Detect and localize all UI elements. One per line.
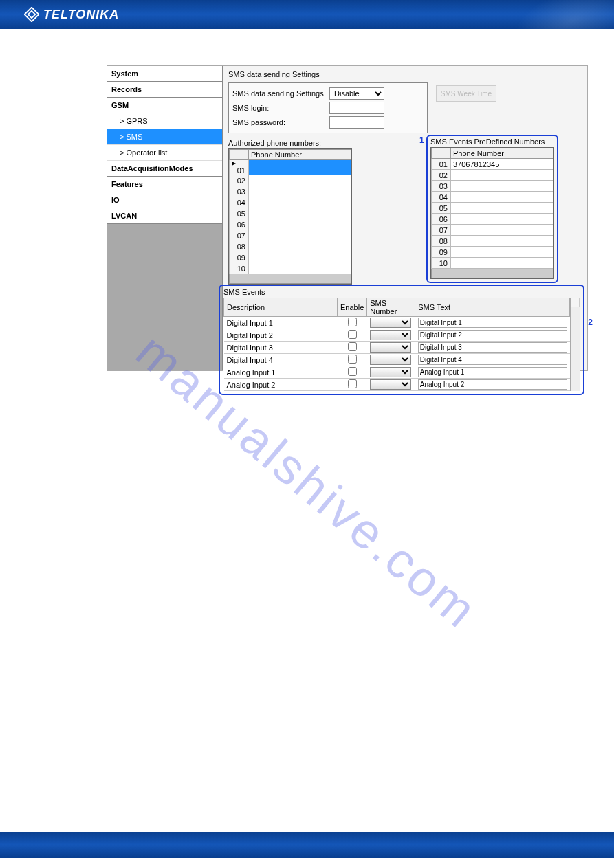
event-number-select[interactable] xyxy=(370,318,411,328)
event-desc: Digital Input 1 xyxy=(224,317,338,329)
authorized-idx[interactable]: 10 xyxy=(230,263,249,274)
callout-1: 1 xyxy=(419,135,424,145)
predefined-idx[interactable]: 04 xyxy=(432,192,451,203)
sidebar-item-sms[interactable]: > SMS xyxy=(107,129,222,145)
authorized-idx[interactable]: 09 xyxy=(230,252,249,263)
event-number-select[interactable] xyxy=(370,367,411,377)
sidebar-item-records[interactable]: Records xyxy=(107,82,222,98)
panel-title: SMS data sending Settings xyxy=(228,70,582,78)
sidebar-item-data-acquisition-modes[interactable]: DataAcquisitionModes xyxy=(107,161,222,177)
predefined-idx[interactable]: 03 xyxy=(432,181,451,192)
authorized-idx[interactable]: 08 xyxy=(230,241,249,252)
authorized-val[interactable] xyxy=(249,230,351,241)
authorized-val[interactable] xyxy=(249,252,351,263)
predefined-val[interactable] xyxy=(451,214,553,225)
svg-rect-0 xyxy=(25,8,39,22)
predefined-val[interactable] xyxy=(451,225,553,236)
header-bar: TELTONIKA xyxy=(0,0,614,29)
password-label: SMS password: xyxy=(232,118,325,126)
authorized-val[interactable] xyxy=(249,197,351,208)
predefined-idx[interactable]: 08 xyxy=(432,236,451,247)
events-header-desc: Description xyxy=(224,298,338,317)
authorized-idx[interactable]: 05 xyxy=(230,208,249,219)
predefined-idx[interactable]: 10 xyxy=(432,258,451,269)
event-enable-checkbox[interactable] xyxy=(348,330,357,339)
svg-rect-1 xyxy=(28,11,35,18)
event-enable-checkbox[interactable] xyxy=(348,367,357,376)
sidebar-item-gsm[interactable]: GSM xyxy=(107,98,222,113)
predefined-idx[interactable]: 07 xyxy=(432,225,451,236)
predefined-val[interactable] xyxy=(451,236,553,247)
event-number-select[interactable] xyxy=(370,355,411,365)
authorized-table[interactable]: Phone Number 01 02 03 04 05 06 07 08 09 … xyxy=(229,149,351,274)
authorized-val[interactable] xyxy=(249,241,351,252)
authorized-val[interactable] xyxy=(249,160,351,175)
authorized-idx[interactable]: 02 xyxy=(230,175,249,186)
predefined-val[interactable] xyxy=(451,258,553,269)
events-header-text: SMS Text xyxy=(415,298,570,317)
predefined-idx[interactable]: 05 xyxy=(432,203,451,214)
predefined-header-idx xyxy=(432,148,451,159)
authorized-val[interactable] xyxy=(249,175,351,186)
authorized-footer xyxy=(229,274,351,284)
event-enable-checkbox[interactable] xyxy=(348,342,357,351)
authorized-val[interactable] xyxy=(249,219,351,230)
settings-select[interactable]: Disable xyxy=(329,87,384,100)
logo: TELTONIKA xyxy=(24,7,119,22)
predefined-val[interactable] xyxy=(451,247,553,258)
sidebar-item-io[interactable]: IO xyxy=(107,192,222,208)
event-enable-checkbox[interactable] xyxy=(348,318,357,326)
password-input[interactable] xyxy=(329,116,384,129)
predefined-idx[interactable]: 06 xyxy=(432,214,451,225)
events-header-num: SMS Number xyxy=(367,298,415,317)
predefined-idx[interactable]: 09 xyxy=(432,247,451,258)
predefined-idx[interactable]: 02 xyxy=(432,170,451,181)
event-desc: Digital Input 3 xyxy=(224,342,338,354)
authorized-idx[interactable]: 04 xyxy=(230,197,249,208)
authorized-val[interactable] xyxy=(249,208,351,219)
event-text-input[interactable] xyxy=(418,342,567,353)
predefined-footer xyxy=(431,269,553,278)
app-window: System Records GSM > GPRS > SMS > Operat… xyxy=(107,65,588,371)
events-scrollbar[interactable] xyxy=(570,298,580,391)
event-desc: Digital Input 4 xyxy=(224,354,338,366)
event-enable-checkbox[interactable] xyxy=(348,379,357,388)
predefined-val[interactable] xyxy=(451,192,553,203)
predefined-idx[interactable]: 01 xyxy=(432,159,451,170)
predefined-val[interactable] xyxy=(451,170,553,181)
scroll-up-icon[interactable] xyxy=(571,298,580,307)
login-input[interactable] xyxy=(329,102,384,114)
authorized-val[interactable] xyxy=(249,186,351,197)
authorized-val[interactable] xyxy=(249,263,351,274)
brand-text: TELTONIKA xyxy=(43,8,119,22)
event-number-select[interactable] xyxy=(370,342,411,353)
predefined-val[interactable] xyxy=(451,181,553,192)
predefined-table[interactable]: Phone Number 0137067812345 02 03 04 05 0… xyxy=(431,148,553,269)
login-label: SMS login: xyxy=(232,104,325,112)
sidebar-item-gprs[interactable]: > GPRS xyxy=(107,113,222,129)
settings-box: SMS data sending Settings Disable SMS lo… xyxy=(228,82,428,133)
event-text-input[interactable] xyxy=(418,318,567,328)
event-enable-checkbox[interactable] xyxy=(348,355,357,364)
sidebar-item-features[interactable]: Features xyxy=(107,177,222,192)
event-text-input[interactable] xyxy=(418,355,567,365)
sidebar-item-system[interactable]: System xyxy=(107,66,222,82)
predefined-val[interactable]: 37067812345 xyxy=(451,159,553,170)
event-desc: Digital Input 2 xyxy=(224,329,338,342)
sidebar-item-operator-list[interactable]: > Operator list xyxy=(107,145,222,161)
event-text-input[interactable] xyxy=(418,379,567,390)
authorized-idx[interactable]: 03 xyxy=(230,186,249,197)
authorized-idx[interactable]: 01 xyxy=(230,160,249,175)
predefined-val[interactable] xyxy=(451,203,553,214)
sidebar-item-lvcan[interactable]: LVCAN xyxy=(107,208,222,224)
authorized-idx[interactable]: 06 xyxy=(230,219,249,230)
logo-icon xyxy=(24,7,39,22)
events-table[interactable]: Description Enable SMS Number SMS Text D… xyxy=(223,298,570,391)
event-text-input[interactable] xyxy=(418,367,567,377)
event-number-select[interactable] xyxy=(370,379,411,390)
authorized-idx[interactable]: 07 xyxy=(230,230,249,241)
authorized-header-idx xyxy=(230,150,249,160)
sms-week-time-button: SMS Week Time xyxy=(436,85,496,102)
event-text-input[interactable] xyxy=(418,330,567,340)
event-number-select[interactable] xyxy=(370,330,411,340)
